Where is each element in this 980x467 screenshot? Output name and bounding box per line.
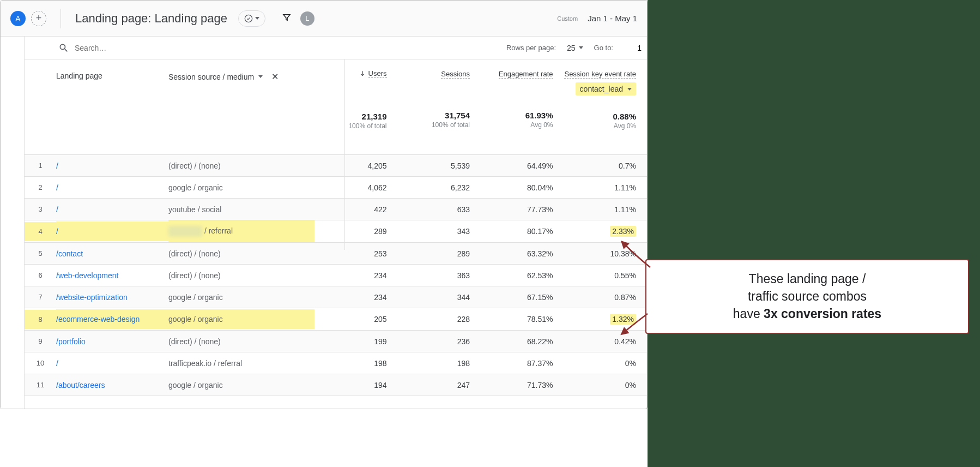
- cell-sessions: 343: [398, 221, 481, 241]
- column-key-event[interactable]: Session key event rate: [564, 70, 636, 79]
- row-index: 5: [25, 244, 56, 263]
- search-input[interactable]: [75, 44, 238, 52]
- cell-key-event: 1.11%: [564, 178, 648, 197]
- cell-source-medium[interactable]: / referral: [168, 220, 314, 242]
- row-index: 6: [25, 266, 56, 285]
- cell-landing-page[interactable]: /: [56, 178, 168, 197]
- chevron-down-icon: [258, 75, 263, 78]
- cell-sessions: 344: [398, 288, 481, 307]
- column-users[interactable]: Users: [359, 69, 387, 78]
- cell-engagement: 68.22%: [481, 332, 564, 351]
- cell-source-medium[interactable]: google / organic: [168, 309, 314, 329]
- cell-sessions: 363: [398, 266, 481, 285]
- cell-landing-page[interactable]: /: [56, 354, 168, 373]
- row-index: 3: [25, 200, 56, 219]
- cell-engagement: 71.73%: [481, 375, 564, 395]
- cell-sessions: 198: [398, 354, 481, 373]
- goto-label: Go to:: [594, 44, 613, 52]
- rows-per-page-select[interactable]: 25: [562, 44, 588, 52]
- report-header: A + Landing page: Landing page L Custom …: [1, 1, 647, 37]
- cell-source-medium[interactable]: youtube / social: [168, 200, 314, 219]
- cell-key-event: 0.7%: [564, 156, 648, 176]
- cell-landing-page[interactable]: /: [56, 200, 168, 219]
- cell-sessions: 236: [398, 332, 481, 351]
- remove-dimension-button[interactable]: ✕: [271, 71, 279, 82]
- summary-engagement-sub: Avg 0%: [481, 121, 553, 129]
- table-row[interactable]: 2/google / organic4,0626,23280.04%1.11%: [25, 177, 647, 199]
- left-gutter: [1, 37, 25, 409]
- cell-landing-page[interactable]: /about/careers: [56, 375, 168, 395]
- row-index: 4: [25, 222, 56, 241]
- table-header: Landing page Session source / medium ✕: [25, 59, 647, 155]
- cell-source-medium[interactable]: google / organic: [168, 375, 314, 395]
- rows-per-page-label: Rows per page:: [506, 44, 556, 52]
- table-row[interactable]: 5/contact(direct) / (none)25328963.32%10…: [25, 243, 647, 265]
- cell-source-medium[interactable]: (direct) / (none): [168, 266, 314, 285]
- cell-landing-page[interactable]: /ecommerce-web-design: [56, 309, 168, 329]
- table-row[interactable]: 4/ / referral28934380.17%2.33%: [25, 220, 647, 243]
- cell-landing-page[interactable]: /website-optimization: [56, 288, 168, 307]
- table-row[interactable]: 3/youtube / social42263377.73%1.11%: [25, 199, 647, 220]
- summary-sessions-sub: 100% of total: [398, 121, 470, 129]
- cell-users: 199: [314, 332, 398, 351]
- cell-sessions: 247: [398, 375, 481, 395]
- cell-landing-page[interactable]: /web-development: [56, 266, 168, 285]
- table-row[interactable]: 7/website-optimizationgoogle / organic23…: [25, 286, 647, 308]
- goto-input[interactable]: [620, 44, 642, 52]
- table-row[interactable]: 1/(direct) / (none)4,2055,53964.49%0.7%: [25, 155, 647, 177]
- cell-source-medium[interactable]: (direct) / (none): [168, 156, 314, 176]
- table-body: 1/(direct) / (none)4,2055,53964.49%0.7%2…: [25, 155, 647, 396]
- date-range-type: Custom: [557, 15, 578, 22]
- cell-sessions: 228: [398, 309, 481, 329]
- cell-landing-page[interactable]: /: [56, 156, 168, 176]
- cell-source-medium[interactable]: trafficpeak.io / referral: [168, 354, 314, 373]
- table-row[interactable]: 8/ecommerce-web-designgoogle / organic20…: [25, 308, 647, 331]
- add-comparison-button[interactable]: +: [31, 11, 46, 26]
- cell-users: 234: [314, 288, 398, 307]
- cell-landing-page[interactable]: /: [56, 221, 168, 241]
- background-panel: [648, 0, 980, 467]
- cell-source-medium[interactable]: google / organic: [168, 288, 314, 307]
- property-avatar[interactable]: A: [10, 11, 26, 26]
- filter-icon[interactable]: [282, 13, 292, 24]
- chevron-down-icon: [627, 88, 632, 91]
- svg-point-0: [245, 15, 252, 22]
- analytics-report-panel: A + Landing page: Landing page L Custom …: [0, 0, 648, 409]
- cell-landing-page[interactable]: /portfolio: [56, 332, 168, 351]
- cell-engagement: 64.49%: [481, 156, 564, 176]
- cell-sessions: 6,232: [398, 178, 481, 197]
- cell-key-event: 0.87%: [564, 288, 648, 307]
- cell-source-medium[interactable]: google / organic: [168, 178, 314, 197]
- row-index: 9: [25, 332, 56, 351]
- check-circle-icon: [244, 14, 253, 23]
- row-index: 8: [25, 310, 56, 329]
- column-source-medium[interactable]: Session source / medium: [168, 73, 254, 81]
- summary-key-event: 0.88%: [564, 112, 637, 121]
- user-avatar[interactable]: L: [300, 11, 314, 26]
- report-title: Landing page: Landing page: [75, 11, 227, 26]
- table-row[interactable]: 11/about/careersgoogle / organic19424771…: [25, 374, 647, 396]
- table-row[interactable]: 6/web-development(direct) / (none)234363…: [25, 265, 647, 286]
- cell-source-medium[interactable]: (direct) / (none): [168, 244, 314, 264]
- column-sessions[interactable]: Sessions: [441, 70, 470, 79]
- cell-source-medium[interactable]: (direct) / (none): [168, 332, 314, 351]
- cell-key-event: 0.55%: [564, 266, 648, 285]
- table-row[interactable]: 9/portfolio(direct) / (none)19923668.22%…: [25, 331, 647, 352]
- summary-key-event-sub: Avg 0%: [564, 122, 637, 130]
- column-landing-page[interactable]: Landing page: [56, 71, 102, 80]
- cell-engagement: 63.32%: [481, 244, 564, 264]
- cell-key-event: 1.32%: [564, 308, 648, 330]
- table-row[interactable]: 10/trafficpeak.io / referral19819887.37%…: [25, 352, 647, 374]
- cell-landing-page[interactable]: /contact: [56, 244, 168, 264]
- cell-engagement: 62.53%: [481, 266, 564, 285]
- cell-key-event: 0%: [564, 375, 648, 395]
- row-index: 11: [25, 375, 56, 394]
- cell-engagement: 78.51%: [481, 309, 564, 329]
- date-range-picker[interactable]: Jan 1 - May 1: [588, 14, 637, 23]
- row-index: 2: [25, 178, 56, 197]
- cell-key-event: 0.42%: [564, 332, 648, 351]
- key-event-select[interactable]: contact_lead: [576, 82, 636, 95]
- cell-users: 205: [314, 309, 398, 329]
- status-chip[interactable]: [238, 10, 265, 27]
- column-engagement[interactable]: Engagement rate: [499, 70, 553, 79]
